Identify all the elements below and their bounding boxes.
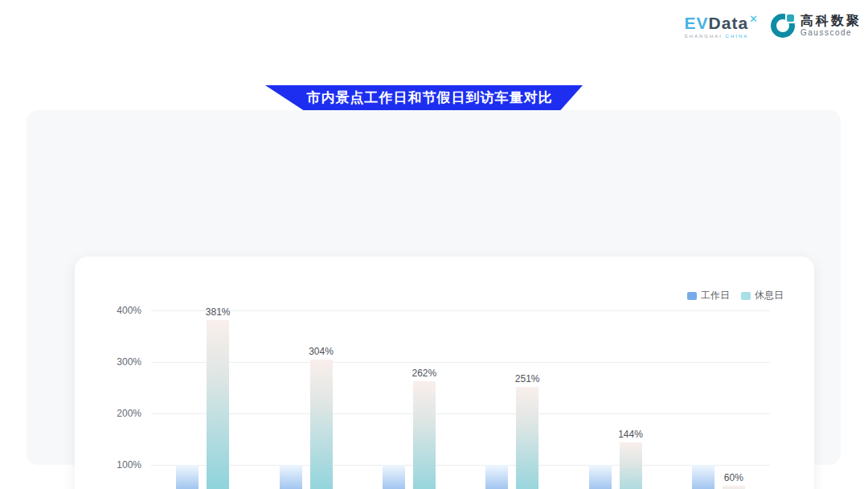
gausscode-g-icon: [770, 13, 796, 39]
content-panel: 工作日休息日 0%100%200%300%400%381%辰山植物园304%上海…: [27, 110, 841, 465]
evdata-wordmark: EVData✕: [685, 14, 759, 31]
bar-restday[interactable]: [516, 387, 538, 489]
evdata-ev-text: EV: [685, 14, 709, 32]
y-axis-tick-label: 300%: [85, 356, 141, 368]
gausscode-logo: 高科数聚 Gausscode: [770, 13, 862, 39]
bar-workday[interactable]: [485, 465, 508, 489]
grid-line: [151, 362, 770, 363]
grid-line: [151, 413, 770, 414]
grid-line: [151, 465, 770, 466]
bar-restday[interactable]: [207, 320, 229, 489]
bar-value-label: 304%: [297, 346, 346, 357]
grid-line: [151, 310, 770, 311]
bar-value-label: 60%: [710, 472, 758, 483]
evdata-subtext-china: CHINA: [726, 34, 749, 39]
header-logos: EVData✕ SHANGHAI CHINA 高科数聚 Gausscode: [685, 13, 862, 39]
bar-value-label: 381%: [194, 306, 242, 318]
bar-workday[interactable]: [383, 465, 405, 489]
gausscode-en-name: Gausscode: [800, 29, 862, 37]
gausscode-cn-name: 高科数聚: [800, 14, 862, 27]
y-axis-tick-label: 400%: [85, 305, 141, 316]
gausscode-wordmark: 高科数聚 Gausscode: [800, 14, 862, 37]
bar-restday[interactable]: [310, 360, 333, 489]
page: EVData✕ SHANGHAI CHINA 高科数聚 Gausscode 市内…: [0, 0, 868, 489]
g-square-dot-icon: [787, 14, 794, 22]
bar-value-label: 262%: [400, 368, 448, 379]
evdata-logo: EVData✕ SHANGHAI CHINA: [685, 14, 759, 39]
bar-restday[interactable]: [413, 381, 436, 489]
evdata-x-icon: ✕: [749, 13, 759, 25]
bar-chart: 0%100%200%300%400%381%辰山植物园304%上海欢乐谷262%…: [75, 257, 814, 489]
bar-value-label: 251%: [503, 373, 551, 384]
bar-restday[interactable]: [723, 486, 745, 489]
bar-restday[interactable]: [620, 442, 642, 489]
chart-title: 市内景点工作日和节假日到访车量对比: [307, 88, 553, 107]
evdata-data-text: Data: [709, 14, 749, 32]
bar-workday[interactable]: [589, 465, 612, 489]
chart-card: 工作日休息日 0%100%200%300%400%381%辰山植物园304%上海…: [75, 257, 814, 489]
y-axis-tick-label: 200%: [85, 408, 141, 419]
bar-workday[interactable]: [176, 465, 199, 489]
chart-title-banner: 市内景点工作日和节假日到访车量对比: [265, 85, 583, 110]
bar-workday[interactable]: [280, 465, 302, 489]
evdata-subtext-shanghai: SHANGHAI: [685, 34, 723, 39]
y-axis-tick-label: 100%: [85, 459, 141, 471]
evdata-subtext: SHANGHAI CHINA: [685, 34, 759, 39]
bar-value-label: 144%: [607, 429, 655, 440]
